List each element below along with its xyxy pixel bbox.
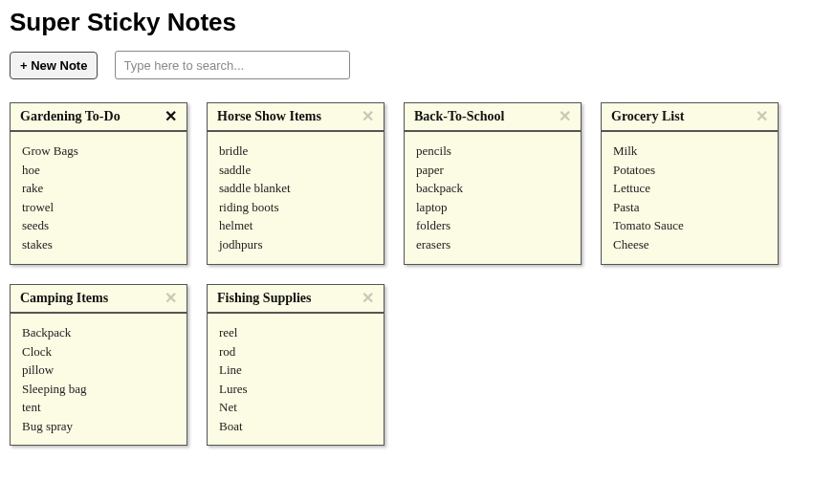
note-title[interactable]: Gardening To-Do: [20, 109, 121, 124]
note-item: Milk: [613, 142, 766, 161]
note-item: Line: [219, 361, 372, 380]
note-header: Gardening To-Do✕: [11, 103, 187, 132]
close-icon[interactable]: ✕: [163, 291, 179, 306]
note-header: Fishing Supplies✕: [208, 285, 384, 314]
search-input[interactable]: [115, 51, 350, 79]
note-header: horse Show items✕: [208, 103, 384, 132]
note-item: rod: [219, 342, 372, 362]
note-item: saddle: [219, 161, 372, 180]
note-item: rake: [22, 179, 175, 198]
note-item: jodhpurs: [219, 235, 372, 254]
note-item: folders: [416, 216, 569, 235]
close-icon[interactable]: ✕: [557, 109, 573, 124]
note-item: saddle blanket: [219, 179, 372, 198]
toolbar: + New Note: [10, 51, 803, 79]
note-body[interactable]: Grow Bagshoeraketrowelseedsstakes: [11, 132, 187, 264]
note-body[interactable]: reelrodLineLuresNetBoat: [208, 314, 384, 445]
note-item: Grow Bags: [22, 142, 175, 161]
note-item: helmet: [219, 216, 372, 235]
note-card[interactable]: Gardening To-Do✕Grow Bagshoeraketrowelse…: [10, 102, 187, 265]
note-item: Potatoes: [613, 161, 766, 180]
note-item: pillow: [22, 361, 175, 380]
close-icon[interactable]: ✕: [754, 109, 770, 124]
note-item: erasers: [416, 235, 569, 254]
note-header: Camping Items✕: [11, 285, 187, 314]
note-body[interactable]: pencilspaperbackpacklaptopfolderserasers: [405, 132, 581, 263]
note-item: Boat: [219, 417, 372, 436]
note-body[interactable]: bridlesaddlesaddle blanketriding bootshe…: [208, 132, 384, 263]
note-item: riding boots: [219, 198, 372, 217]
note-item: tent: [22, 398, 175, 417]
note-item: Clock: [22, 342, 175, 362]
note-card[interactable]: Grocery List✕MilkPotatoesLettucePastaTom…: [601, 102, 779, 265]
new-note-button[interactable]: + New Note: [10, 52, 98, 79]
close-icon[interactable]: ✕: [163, 109, 179, 124]
note-item: pencils: [416, 142, 569, 161]
note-title[interactable]: Grocery List: [611, 109, 684, 124]
note-item: paper: [416, 161, 569, 180]
note-body[interactable]: BackpackClockpillowSleeping bagtentBug s…: [11, 314, 187, 445]
note-item: bridle: [219, 142, 372, 161]
note-item: Bug spray: [22, 417, 175, 436]
note-card[interactable]: horse Show items✕bridlesaddlesaddle blan…: [207, 102, 385, 265]
close-icon[interactable]: ✕: [360, 109, 376, 124]
note-title[interactable]: horse Show items: [217, 109, 321, 124]
note-body[interactable]: MilkPotatoesLettucePastaTomato SauceChee…: [602, 132, 778, 263]
app-title: Super Sticky Notes: [10, 8, 803, 37]
note-item: Pasta: [613, 198, 766, 217]
note-title[interactable]: back-to-school: [414, 109, 504, 124]
note-item: reel: [219, 323, 372, 342]
note-item: backpack: [416, 179, 569, 198]
note-item: Backpack: [22, 323, 175, 342]
note-item: hoe: [22, 161, 175, 180]
note-card[interactable]: back-to-school✕pencilspaperbackpacklapto…: [404, 102, 582, 265]
note-item: Cheese: [613, 235, 766, 254]
note-title[interactable]: Fishing Supplies: [217, 291, 311, 306]
note-card[interactable]: Fishing Supplies✕reelrodLineLuresNetBoat: [207, 284, 385, 446]
note-card[interactable]: Camping Items✕BackpackClockpillowSleepin…: [10, 284, 187, 446]
note-item: Lettuce: [613, 179, 766, 198]
note-item: laptop: [416, 198, 569, 217]
note-item: Tomato Sauce: [613, 216, 766, 235]
note-item: Lures: [219, 380, 372, 399]
note-item: stakes: [22, 235, 175, 254]
note-item: Net: [219, 398, 372, 417]
note-item: trowel: [22, 198, 175, 217]
note-title[interactable]: Camping Items: [20, 291, 108, 306]
note-header: Grocery List✕: [602, 103, 778, 132]
notes-board: Gardening To-Do✕Grow Bagshoeraketrowelse…: [10, 102, 803, 446]
note-header: back-to-school✕: [405, 103, 581, 132]
note-item: Sleeping bag: [22, 380, 175, 399]
note-item: seeds: [22, 216, 175, 235]
close-icon[interactable]: ✕: [360, 291, 376, 306]
